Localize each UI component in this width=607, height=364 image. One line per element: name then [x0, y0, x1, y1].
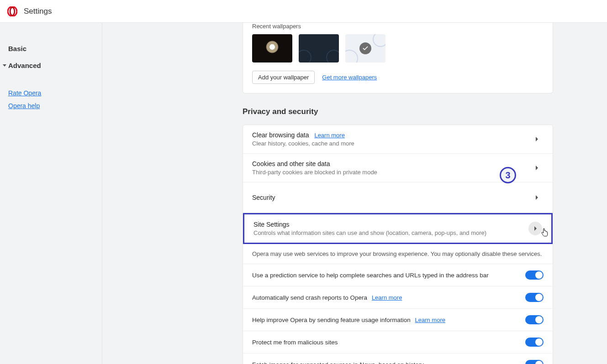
crash-toggle-row: Automatically send crash reports to Oper… — [243, 286, 553, 309]
toggle-label: Fetch images for suggested sources in Ne… — [252, 361, 424, 364]
site-settings-row[interactable]: Site Settings Controls what information … — [243, 213, 553, 244]
annotation-step-3: 3 — [500, 167, 516, 183]
row-title: Security — [252, 194, 521, 201]
security-row[interactable]: Security 3 — [243, 182, 553, 213]
app-header: Settings — [0, 0, 607, 23]
web-services-info: Opera may use web services to improve yo… — [243, 244, 553, 264]
news-toggle-row: Fetch images for suggested sources in Ne… — [243, 354, 553, 364]
recent-wallpapers-label: Recent wallpapers — [252, 23, 544, 30]
opera-help-link[interactable]: Opera help — [8, 99, 102, 112]
chevron-down-icon — [3, 64, 6, 67]
learn-more-link[interactable]: Learn more — [314, 132, 344, 139]
wallpapers-card: Recent wallpapers Add your wallpaper Get… — [243, 23, 553, 94]
wallpaper-thumb-2[interactable] — [299, 34, 339, 62]
news-toggle[interactable] — [525, 360, 544, 364]
chevron-right-icon — [530, 161, 544, 175]
wallpaper-thumb-1[interactable] — [252, 34, 292, 62]
main-content: Recent wallpapers Add your wallpaper Get… — [102, 23, 607, 364]
opera-logo-icon — [7, 6, 17, 16]
rate-opera-link[interactable]: Rate Opera — [8, 87, 102, 99]
protect-toggle-row: Protect me from malicious sites — [243, 331, 553, 354]
prediction-toggle[interactable] — [525, 270, 544, 280]
page-title: Settings — [24, 7, 52, 16]
svg-point-0 — [8, 6, 17, 16]
sidebar-links: Rate Opera Opera help — [8, 87, 102, 112]
row-title: Cookies and other site data — [252, 160, 521, 167]
wallpaper-thumbnails — [252, 34, 544, 62]
wallpaper-actions: Add your wallpaper Get more wallpapers — [252, 71, 544, 84]
usage-toggle[interactable] — [525, 315, 544, 324]
add-wallpaper-button[interactable]: Add your wallpaper — [252, 71, 315, 84]
usage-toggle-row: Help improve Opera by sending feature us… — [243, 309, 553, 331]
body: Basic Advanced Rate Opera Opera help Rec… — [0, 23, 607, 364]
sidebar-item-label: Advanced — [8, 62, 41, 69]
wallpaper-thumb-3-selected[interactable] — [345, 34, 385, 62]
row-title: Site Settings — [253, 221, 519, 228]
protect-toggle[interactable] — [525, 338, 544, 347]
privacy-section-title: Privacy and security — [243, 107, 553, 116]
get-more-wallpapers-link[interactable]: Get more wallpapers — [322, 74, 377, 81]
chevron-right-icon — [530, 191, 544, 204]
clear-browsing-data-row[interactable]: Clear browsing data Learn more Clear his… — [243, 125, 553, 154]
check-icon — [359, 42, 371, 54]
prediction-toggle-row: Use a prediction service to help complet… — [243, 264, 553, 286]
learn-more-link[interactable]: Learn more — [415, 317, 445, 323]
learn-more-link[interactable]: Learn more — [372, 294, 402, 301]
toggle-label: Protect me from malicious sites — [252, 339, 338, 346]
chevron-right-icon — [528, 222, 542, 235]
row-subtitle: Third-party cookies are blocked in priva… — [252, 169, 521, 176]
crash-toggle[interactable] — [525, 293, 544, 302]
toggle-label: Automatically send crash reports to Oper… — [252, 294, 367, 301]
svg-point-1 — [10, 7, 15, 16]
chevron-right-icon — [530, 132, 544, 146]
toggle-label: Help improve Opera by sending feature us… — [252, 317, 411, 323]
row-subtitle: Clear history, cookies, cache and more — [252, 140, 521, 147]
row-title: Clear browsing data — [252, 131, 309, 139]
toggle-label: Use a prediction service to help complet… — [252, 272, 489, 279]
row-subtitle: Controls what information sites can use … — [253, 229, 519, 236]
sidebar-item-basic[interactable]: Basic — [8, 41, 102, 56]
privacy-list: Clear browsing data Learn more Clear his… — [243, 125, 553, 364]
sidebar-item-advanced[interactable]: Advanced — [3, 56, 102, 73]
sidebar: Basic Advanced Rate Opera Opera help — [0, 23, 102, 364]
